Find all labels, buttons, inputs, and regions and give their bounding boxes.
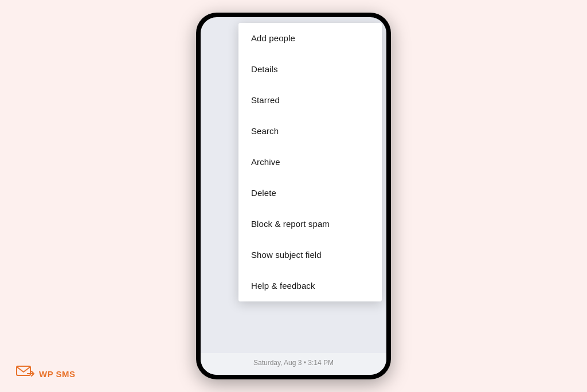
watermark: WP SMS: [16, 366, 76, 382]
menu-item-add-people[interactable]: Add people: [238, 23, 382, 54]
menu-item-archive[interactable]: Archive: [238, 147, 382, 178]
menu-item-block-report-spam[interactable]: Block & report spam: [238, 209, 382, 240]
watermark-text: WP SMS: [39, 369, 76, 379]
phone-screen: Add people Details Starred Search Archiv…: [201, 17, 386, 375]
menu-item-help-feedback[interactable]: Help & feedback: [238, 271, 382, 301]
menu-item-details[interactable]: Details: [238, 54, 382, 85]
menu-item-starred[interactable]: Starred: [238, 85, 382, 116]
menu-item-show-subject-field[interactable]: Show subject field: [238, 240, 382, 271]
menu-item-search[interactable]: Search: [238, 116, 382, 147]
watermark-icon: [16, 366, 34, 382]
phone-frame: Add people Details Starred Search Archiv…: [196, 13, 391, 379]
timestamp: Saturday, Aug 3 • 3:14 PM: [253, 359, 334, 367]
menu-item-delete[interactable]: Delete: [238, 178, 382, 209]
bottom-bar: Saturday, Aug 3 • 3:14 PM: [201, 353, 386, 375]
page-background: WP SMS Add people Details Starred Search…: [196, 13, 391, 379]
dropdown-menu: Add people Details Starred Search Archiv…: [238, 23, 382, 301]
